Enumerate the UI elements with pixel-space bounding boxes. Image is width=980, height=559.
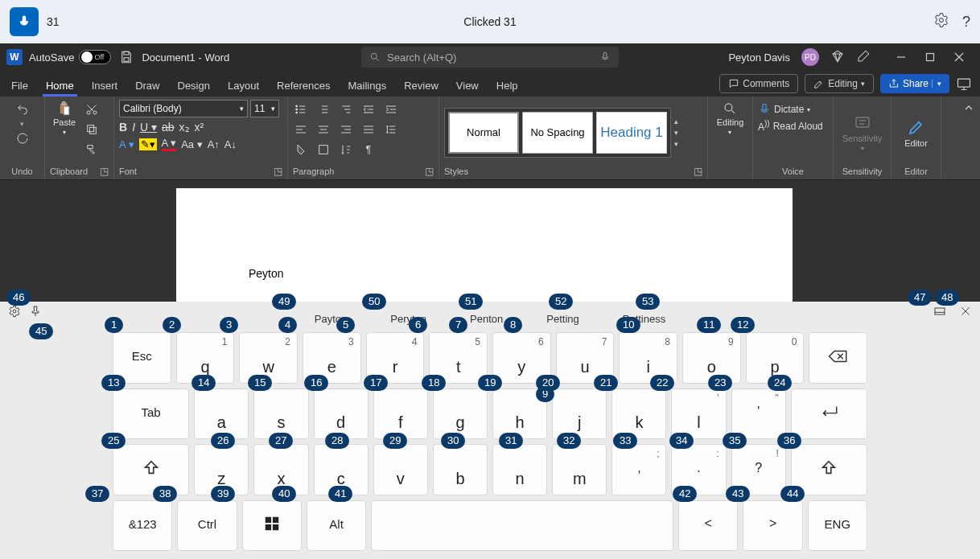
teams-present-icon[interactable] [956, 76, 972, 92]
style-no-spacing[interactable]: No Spacing [522, 112, 593, 154]
tab-review[interactable]: Review [401, 80, 442, 97]
bold-button[interactable]: B [119, 121, 127, 134]
osk-settings-icon[interactable] [8, 305, 21, 321]
superscript-button[interactable]: x² [195, 121, 204, 134]
key-windows[interactable] [242, 500, 302, 552]
font-name-select[interactable]: Calibri (Body)▾ [119, 100, 248, 117]
tab-insert[interactable]: Insert [89, 80, 121, 97]
underline-button[interactable]: U ▾ [140, 121, 157, 134]
key-comma[interactable]: ;, [611, 444, 666, 495]
key-backspace[interactable] [809, 332, 867, 384]
numbering-button[interactable] [315, 101, 331, 117]
editing-mode-button[interactable]: Editing ▾ [805, 74, 874, 93]
tab-references[interactable]: References [274, 80, 333, 97]
gear-icon[interactable] [933, 12, 949, 31]
paste-button[interactable]: Paste ▾ [50, 100, 79, 138]
search-mic-icon[interactable] [599, 51, 611, 63]
eraser-icon[interactable] [856, 49, 871, 66]
tab-file[interactable]: File [8, 80, 31, 97]
comments-button[interactable]: Comments [719, 74, 798, 93]
shading-button[interactable] [293, 142, 309, 158]
osk-pin-icon[interactable] [29, 305, 42, 321]
diamond-icon[interactable] [830, 49, 845, 66]
styles-gallery[interactable]: Normal No Spacing Heading 1 [444, 108, 671, 158]
highlight-button[interactable]: ✎▾ [139, 138, 157, 150]
minimize-button[interactable] [887, 46, 916, 68]
key-f[interactable]: f [373, 388, 428, 440]
undo-icon[interactable] [14, 101, 31, 117]
key-alt[interactable]: Alt [307, 500, 366, 552]
help-icon[interactable]: ? [962, 14, 970, 31]
tab-layout[interactable]: Layout [224, 80, 262, 97]
italic-button[interactable]: I [132, 121, 135, 134]
align-right-button[interactable] [338, 121, 354, 138]
sort-button[interactable] [338, 142, 354, 158]
key-a[interactable]: a [194, 388, 249, 440]
multilevel-button[interactable] [338, 101, 354, 117]
editing-find-button[interactable]: Editing ▾ [714, 100, 747, 138]
shrink-font-button[interactable]: A↓ [224, 138, 237, 150]
show-marks-button[interactable]: ¶ [360, 142, 377, 158]
key-n[interactable]: n [492, 444, 547, 495]
tab-draw[interactable]: Draw [132, 80, 163, 97]
change-case-button[interactable]: Aa ▾ [181, 138, 203, 150]
avatar[interactable]: PD [801, 48, 819, 66]
dictate-button[interactable]: Dictate▾ [758, 103, 810, 116]
bullets-button[interactable] [293, 101, 309, 117]
subscript-button[interactable]: x₂ [179, 121, 190, 134]
key-d[interactable]: d [314, 388, 369, 440]
tab-view[interactable]: View [453, 80, 482, 97]
suggestion-item[interactable]: Petting [546, 313, 579, 325]
tab-mailings[interactable]: Mailings [345, 80, 390, 97]
font-color-button[interactable]: A ▾ [162, 137, 177, 151]
key-tab[interactable]: Tab [113, 388, 189, 440]
key-j[interactable]: j [552, 388, 607, 440]
key-symbols[interactable]: &123 [113, 500, 172, 552]
editor-button[interactable]: Editor [904, 117, 928, 148]
align-left-button[interactable] [293, 121, 309, 138]
tab-home[interactable]: Home [43, 80, 77, 97]
tab-help[interactable]: Help [493, 80, 521, 97]
cut-icon[interactable] [84, 101, 100, 117]
style-heading-1[interactable]: Heading 1 [596, 112, 667, 154]
styles-up-icon[interactable]: ▴ [674, 117, 678, 125]
format-painter-icon[interactable] [84, 142, 100, 158]
key-m[interactable]: m [552, 444, 607, 495]
key-k[interactable]: k [611, 388, 666, 440]
mic-button[interactable] [10, 7, 39, 36]
paragraph-launcher-icon[interactable]: ◳ [425, 166, 434, 177]
key-g[interactable]: g [433, 388, 488, 440]
close-button[interactable] [945, 46, 974, 68]
share-button[interactable]: Share ▾ [880, 74, 949, 93]
osk-dock-icon[interactable] [933, 305, 946, 321]
increase-indent-button[interactable] [383, 101, 399, 117]
key-apostrophe[interactable]: "' [731, 388, 786, 440]
line-spacing-button[interactable] [383, 121, 399, 138]
key-s[interactable]: s [253, 388, 308, 440]
copy-icon[interactable] [84, 121, 100, 138]
read-aloud-button[interactable]: A)) Read Aloud [758, 119, 823, 133]
key-l[interactable]: 'l [671, 388, 726, 440]
key-enter[interactable] [791, 388, 867, 440]
styles-more-icon[interactable]: ▾ [674, 140, 678, 148]
search-input[interactable]: Search (Alt+Q) [361, 47, 619, 68]
key-b[interactable]: b [433, 444, 488, 495]
font-size-select[interactable]: 11▾ [250, 100, 279, 117]
key-right[interactable]: > [743, 500, 802, 552]
align-center-button[interactable] [315, 121, 331, 138]
styles-launcher-icon[interactable]: ◳ [694, 166, 702, 177]
font-launcher-icon[interactable]: ◳ [274, 166, 282, 177]
key-v[interactable]: v [373, 444, 428, 495]
autosave-toggle[interactable]: Off [79, 50, 111, 64]
suggestion-item[interactable]: Penton [470, 313, 503, 325]
key-shift-left[interactable] [113, 444, 189, 495]
maximize-button[interactable] [916, 46, 945, 68]
key-ctrl[interactable]: Ctrl [177, 500, 237, 552]
ribbon-collapse-icon[interactable] [957, 97, 980, 179]
text-effects-button[interactable]: A ▾ [119, 138, 134, 150]
justify-button[interactable] [360, 121, 377, 138]
tab-design[interactable]: Design [175, 80, 213, 97]
borders-button[interactable] [315, 142, 331, 158]
repeat-icon[interactable] [14, 130, 31, 146]
key-lang[interactable]: ENG [808, 500, 867, 552]
